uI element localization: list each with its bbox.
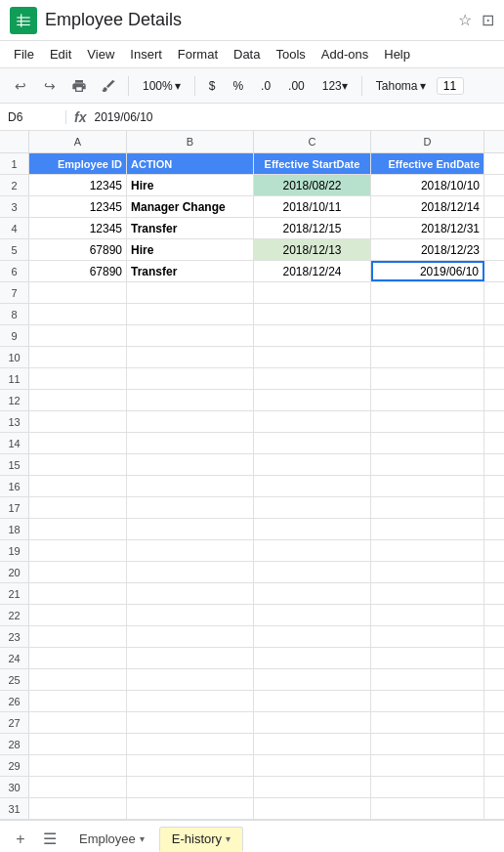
folder-icon[interactable]: ⊡ bbox=[482, 11, 494, 29]
cell-8-c[interactable] bbox=[254, 304, 371, 324]
currency-button[interactable]: $ bbox=[202, 76, 223, 96]
cell-5-a[interactable]: 67890 bbox=[29, 239, 127, 260]
cell-7-b[interactable] bbox=[127, 282, 254, 303]
cell-18-c[interactable] bbox=[254, 519, 371, 539]
cell-9-c[interactable] bbox=[254, 325, 371, 346]
menu-format[interactable]: Format bbox=[172, 45, 224, 64]
row-num-2[interactable]: 2 bbox=[0, 175, 29, 195]
font-dropdown[interactable]: Tahoma ▾ bbox=[369, 76, 433, 96]
menu-file[interactable]: File bbox=[8, 45, 40, 64]
menu-data[interactable]: Data bbox=[228, 45, 266, 64]
row-num-23[interactable]: 23 bbox=[0, 626, 29, 647]
cell-12-a[interactable] bbox=[29, 390, 127, 410]
row-num-4[interactable]: 4 bbox=[0, 218, 29, 238]
row-num-15[interactable]: 15 bbox=[0, 454, 29, 475]
cell-29-c[interactable] bbox=[254, 755, 371, 776]
cell-27-b[interactable] bbox=[127, 712, 254, 733]
cell-30-d[interactable] bbox=[371, 777, 484, 797]
cell-10-b[interactable] bbox=[127, 347, 254, 367]
cell-30-b[interactable] bbox=[127, 777, 254, 797]
cell-18-b[interactable] bbox=[127, 519, 254, 539]
cell-14-c[interactable] bbox=[254, 433, 371, 453]
decimal-less-button[interactable]: .0 bbox=[254, 76, 277, 96]
cell-24-a[interactable] bbox=[29, 648, 127, 668]
row-num-29[interactable]: 29 bbox=[0, 755, 29, 776]
decimal-more-button[interactable]: .00 bbox=[281, 76, 312, 96]
add-sheet-button[interactable]: + bbox=[8, 827, 33, 852]
cell-3-d[interactable]: 2018/12/14 bbox=[371, 196, 484, 217]
menu-addons[interactable]: Add-ons bbox=[315, 45, 374, 64]
sheet-tab-employee[interactable]: Employee▾ bbox=[66, 827, 157, 852]
cell-2-b[interactable]: Hire bbox=[127, 175, 254, 195]
cell-16-a[interactable] bbox=[29, 476, 127, 496]
cell-24-c[interactable] bbox=[254, 648, 371, 668]
row-num-30[interactable]: 30 bbox=[0, 777, 29, 797]
cell-1-c[interactable]: Effective StartDate bbox=[254, 153, 371, 174]
cell-23-b[interactable] bbox=[127, 626, 254, 647]
cell-2-c[interactable]: 2018/08/22 bbox=[254, 175, 371, 195]
cell-27-c[interactable] bbox=[254, 712, 371, 733]
cell-28-a[interactable] bbox=[29, 734, 127, 754]
row-num-24[interactable]: 24 bbox=[0, 648, 29, 668]
cell-16-b[interactable] bbox=[127, 476, 254, 496]
percent-button[interactable]: % bbox=[226, 76, 250, 96]
cell-6-c[interactable]: 2018/12/24 bbox=[254, 261, 371, 281]
row-num-8[interactable]: 8 bbox=[0, 304, 29, 324]
cell-19-b[interactable] bbox=[127, 540, 254, 561]
cell-31-b[interactable] bbox=[127, 798, 254, 819]
cell-23-a[interactable] bbox=[29, 626, 127, 647]
cell-11-a[interactable] bbox=[29, 368, 127, 389]
row-num-13[interactable]: 13 bbox=[0, 411, 29, 432]
cell-1-b[interactable]: ACTION bbox=[127, 153, 254, 174]
cell-11-c[interactable] bbox=[254, 368, 371, 389]
undo-button[interactable]: ↩ bbox=[8, 73, 33, 99]
row-num-19[interactable]: 19 bbox=[0, 540, 29, 561]
cell-26-c[interactable] bbox=[254, 691, 371, 711]
row-num-26[interactable]: 26 bbox=[0, 691, 29, 711]
cell-13-d[interactable] bbox=[371, 411, 484, 432]
cell-13-c[interactable] bbox=[254, 411, 371, 432]
cell-21-b[interactable] bbox=[127, 583, 254, 604]
cell-25-a[interactable] bbox=[29, 669, 127, 690]
menu-insert[interactable]: Insert bbox=[124, 45, 168, 64]
cell-16-c[interactable] bbox=[254, 476, 371, 496]
cell-4-a[interactable]: 12345 bbox=[29, 218, 127, 238]
cell-12-d[interactable] bbox=[371, 390, 484, 410]
cell-1-d[interactable]: Effective EndDate bbox=[371, 153, 484, 174]
cell-3-a[interactable]: 12345 bbox=[29, 196, 127, 217]
cell-10-c[interactable] bbox=[254, 347, 371, 367]
cell-10-a[interactable] bbox=[29, 347, 127, 367]
cell-31-c[interactable] bbox=[254, 798, 371, 819]
row-num-21[interactable]: 21 bbox=[0, 583, 29, 604]
cell-21-d[interactable] bbox=[371, 583, 484, 604]
cell-28-c[interactable] bbox=[254, 734, 371, 754]
row-num-31[interactable]: 31 bbox=[0, 798, 29, 819]
cell-24-d[interactable] bbox=[371, 648, 484, 668]
cell-28-b[interactable] bbox=[127, 734, 254, 754]
cell-3-b[interactable]: Manager Change bbox=[127, 196, 254, 217]
cell-19-c[interactable] bbox=[254, 540, 371, 561]
cell-18-d[interactable] bbox=[371, 519, 484, 539]
cell-27-a[interactable] bbox=[29, 712, 127, 733]
cell-21-c[interactable] bbox=[254, 583, 371, 604]
row-num-27[interactable]: 27 bbox=[0, 712, 29, 733]
cell-15-d[interactable] bbox=[371, 454, 484, 475]
cell-9-d[interactable] bbox=[371, 325, 484, 346]
sheet-menu-button[interactable]: ☰ bbox=[37, 827, 63, 852]
cell-19-a[interactable] bbox=[29, 540, 127, 561]
cell-11-b[interactable] bbox=[127, 368, 254, 389]
cell-15-c[interactable] bbox=[254, 454, 371, 475]
cell-7-a[interactable] bbox=[29, 282, 127, 303]
col-header-a[interactable]: A bbox=[29, 131, 127, 152]
cell-7-c[interactable] bbox=[254, 282, 371, 303]
cell-17-d[interactable] bbox=[371, 497, 484, 518]
cell-18-a[interactable] bbox=[29, 519, 127, 539]
menu-view[interactable]: View bbox=[81, 45, 120, 64]
row-num-6[interactable]: 6 bbox=[0, 261, 29, 281]
row-num-20[interactable]: 20 bbox=[0, 562, 29, 582]
cell-12-b[interactable] bbox=[127, 390, 254, 410]
cell-5-d[interactable]: 2018/12/23 bbox=[371, 239, 484, 260]
cell-17-c[interactable] bbox=[254, 497, 371, 518]
cell-13-a[interactable] bbox=[29, 411, 127, 432]
cell-29-a[interactable] bbox=[29, 755, 127, 776]
